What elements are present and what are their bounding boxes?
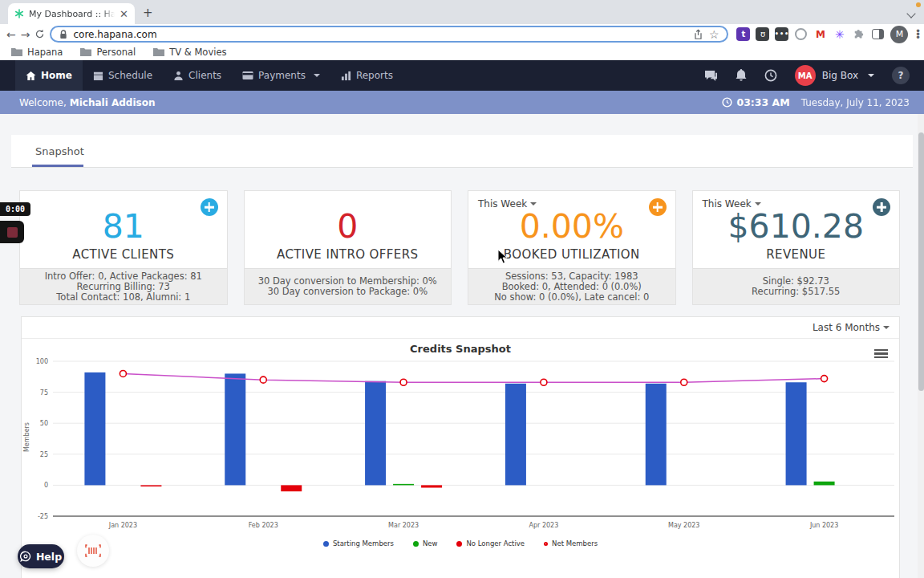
nav-item-payments[interactable]: Payments: [232, 60, 330, 91]
new-tab-button[interactable]: +: [143, 7, 153, 19]
net-members-marker[interactable]: [400, 379, 407, 385]
bar-Starting Members[interactable]: [84, 372, 105, 486]
bookmark-folder-personal[interactable]: Personal: [80, 47, 136, 58]
nav-item-reports[interactable]: Reports: [330, 60, 403, 91]
bookmarks-bar: Hapana Personal TV & Movies: [0, 44, 924, 60]
bar-New[interactable]: [814, 482, 835, 486]
add-revenue-button[interactable]: [873, 198, 890, 216]
folder-icon: [153, 47, 164, 56]
scrollbar-thumb[interactable]: [918, 132, 924, 391]
tab-title: My Dashboard :: Hapana | Tak: [29, 9, 115, 19]
bar-No Longer Active[interactable]: [281, 485, 302, 491]
extension-t-icon[interactable]: t: [736, 27, 750, 41]
bookmark-star-icon[interactable]: ☆: [709, 28, 719, 41]
reload-button[interactable]: [34, 27, 45, 42]
revenue-range-dropdown[interactable]: This Week: [703, 198, 761, 210]
recording-indicator-dot: [916, 2, 921, 7]
nav-label: Clients: [188, 70, 221, 81]
gmail-icon[interactable]: M: [813, 27, 827, 41]
chevron-down-icon: [530, 202, 537, 206]
legend-item[interactable]: No Longer Active: [456, 539, 525, 547]
chart-header: Last 6 Months: [22, 317, 899, 339]
bar-Starting Members[interactable]: [646, 384, 667, 486]
help-button[interactable]: Help: [18, 544, 64, 568]
page-scrollbar[interactable]: [918, 114, 924, 578]
net-members-marker[interactable]: [120, 370, 126, 377]
mouse-cursor: [497, 249, 509, 265]
tab-close-icon[interactable]: ✕: [120, 9, 128, 19]
utilization-range-dropdown[interactable]: This Week: [478, 198, 537, 210]
help-question-icon[interactable]: ?: [892, 67, 910, 84]
legend-item[interactable]: Starting Members: [323, 539, 394, 547]
browser-menu-kebab-icon[interactable]: •••: [914, 30, 922, 39]
bar-Starting Members[interactable]: [505, 384, 526, 486]
clock-icon[interactable]: [764, 69, 777, 82]
legend-item[interactable]: Net Members: [544, 539, 598, 547]
back-button[interactable]: ←: [6, 27, 16, 42]
net-members-marker[interactable]: [541, 379, 547, 385]
reload-icon: [34, 29, 45, 39]
booked-utilization-card: This Week 0.00% BOOKED UTILIZATION Sessi…: [468, 190, 676, 305]
x-tick-label: May 2023: [668, 522, 699, 529]
footer-line: Recurring Billing: 73: [77, 282, 170, 292]
legend-marker-icon: [413, 541, 419, 547]
account-switcher[interactable]: MA Big Box: [795, 65, 874, 86]
net-members-marker[interactable]: [260, 377, 266, 383]
forward-button[interactable]: →: [21, 27, 30, 42]
notifications-bell-icon[interactable]: [736, 69, 747, 82]
bar-Starting Members[interactable]: [225, 373, 245, 485]
legend-item[interactable]: New: [413, 539, 438, 547]
active-clients-value: 81: [103, 210, 144, 243]
revenue-value: $610.28: [727, 210, 864, 243]
chart-title: Credits Snapshot: [22, 343, 899, 355]
y-tick-label: 50: [40, 420, 48, 427]
extension-dots-icon[interactable]: •••: [775, 27, 788, 41]
url-bar[interactable]: core.hapana.com ☆: [50, 26, 728, 43]
bar-New[interactable]: [393, 484, 414, 486]
tab-snapshot[interactable]: Snapshot: [27, 135, 92, 167]
chart-menu-icon[interactable]: [874, 349, 888, 358]
nav-item-clients[interactable]: true Clients: [163, 60, 232, 91]
legend-marker-icon: [323, 541, 329, 547]
extension-dark-icon[interactable]: ʊ: [756, 27, 769, 41]
share-icon[interactable]: [693, 29, 703, 40]
calendar-icon: [93, 71, 103, 81]
bookmark-folder-tv-movies[interactable]: TV & Movies: [153, 47, 226, 58]
barcode-icon: [85, 544, 101, 557]
barcode-scan-button[interactable]: [77, 535, 109, 567]
browser-profile-avatar[interactable]: M: [890, 26, 908, 43]
tab-search-chevron-icon[interactable]: [906, 9, 915, 18]
bar-Starting Members[interactable]: [786, 382, 807, 485]
y-tick-label: 75: [40, 389, 48, 397]
nav-item-home[interactable]: Home: [15, 60, 83, 91]
extensions-puzzle-icon[interactable]: [852, 27, 865, 41]
add-client-button[interactable]: [201, 198, 218, 216]
nav-item-schedule[interactable]: Schedule: [83, 60, 163, 91]
net-members-marker[interactable]: [821, 376, 828, 382]
legend-label: New: [423, 539, 438, 547]
add-booking-button[interactable]: [649, 198, 667, 216]
nav-label: Payments: [258, 70, 306, 81]
y-tick-label: 0: [44, 482, 48, 489]
chart-body: Credits Snapshot Members -250255075100Ja…: [22, 339, 899, 578]
bar-Starting Members[interactable]: [365, 381, 386, 486]
nav-items: Home Schedule true Clients Payments Repo…: [15, 60, 403, 91]
x-tick-label: Feb 2023: [249, 522, 278, 529]
chart-range-dropdown[interactable]: Last 6 Months: [813, 322, 890, 333]
bar-No Longer Active[interactable]: [421, 485, 442, 487]
extension-circle-icon[interactable]: [795, 28, 807, 40]
footer-line: No show: 0 (0.0%), Late cancel: 0: [494, 292, 649, 303]
messages-icon[interactable]: [704, 70, 718, 82]
dropdown-value: This Week: [478, 198, 527, 210]
side-panel-icon[interactable]: [872, 29, 884, 39]
hapana-favicon-icon: [14, 9, 24, 18]
lock-icon: [59, 30, 67, 39]
bookmark-folder-hapana[interactable]: Hapana: [11, 47, 63, 58]
browser-tab[interactable]: My Dashboard :: Hapana | Tak ✕: [8, 3, 135, 24]
snowflake-extension-icon[interactable]: ✳: [833, 27, 846, 41]
net-members-marker[interactable]: [681, 379, 687, 385]
x-tick-label: Jun 2023: [809, 522, 838, 529]
recorder-stop-button[interactable]: [0, 221, 24, 243]
bar-No Longer Active[interactable]: [140, 485, 161, 486]
footer-line: Total Contact: 108, Alumni: 1: [56, 292, 190, 303]
